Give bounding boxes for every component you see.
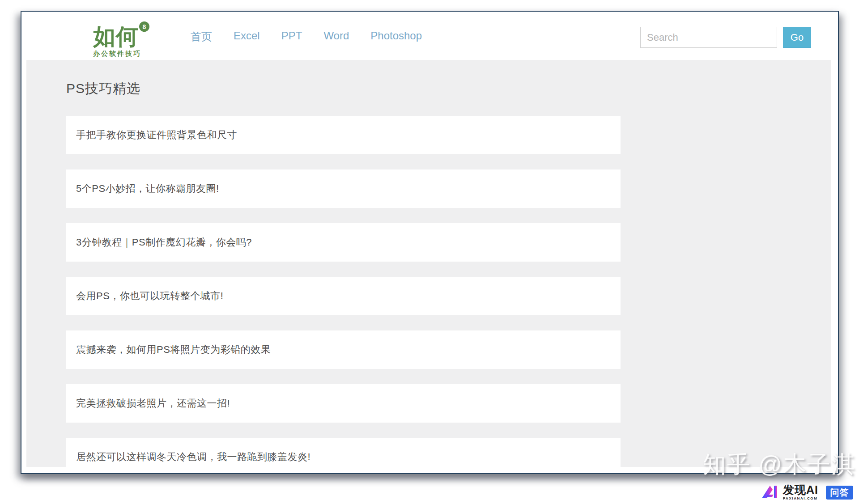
search-input[interactable]: [640, 27, 777, 48]
nav-item-home[interactable]: 首页: [191, 30, 212, 44]
article-list-item[interactable]: 手把手教你更换证件照背景色和尺寸: [66, 116, 621, 154]
article-list-item[interactable]: 5个PS小妙招，让你称霸朋友圈!: [66, 169, 621, 208]
article-list-item[interactable]: 3分钟教程｜PS制作魔幻花瓣，你会吗?: [66, 223, 621, 262]
browser-frame: 如何 8 办公软件技巧 首页 Excel PPT Word Photoshop …: [21, 11, 839, 474]
site-header: 如何 8 办公软件技巧 首页 Excel PPT Word Photoshop …: [21, 12, 838, 60]
faxianai-qa-badge: 问答: [826, 486, 853, 500]
page-title: PS技巧精选: [66, 80, 831, 98]
article-title: 手把手教你更换证件照背景色和尺寸: [76, 128, 237, 142]
faxianai-logo: 发现AI FAXIANAI.COM 问答: [762, 484, 853, 500]
faxianai-domain-text: FAXIANAI.COM: [783, 497, 818, 500]
article-title: 震撼来袭，如何用PS将照片变为彩铅的效果: [76, 343, 271, 356]
faxianai-brand-text: 发现AI: [783, 484, 818, 496]
article-list: 手把手教你更换证件照背景色和尺寸 5个PS小妙招，让你称霸朋友圈! 3分钟教程｜…: [66, 116, 621, 467]
article-list-item[interactable]: 居然还可以这样调冬天冷色调，我一路跪到膝盖发炎!: [66, 438, 621, 467]
logo-text: 如何: [93, 24, 139, 49]
nav-item-photoshop[interactable]: Photoshop: [370, 30, 422, 44]
nav-item-word[interactable]: Word: [323, 30, 349, 44]
nav-item-ppt[interactable]: PPT: [281, 30, 302, 44]
article-list-item[interactable]: 震撼来袭，如何用PS将照片变为彩铅的效果: [66, 330, 621, 369]
content-panel: PS技巧精选 手把手教你更换证件照背景色和尺寸 5个PS小妙招，让你称霸朋友圈!…: [26, 60, 831, 467]
logo-badge-8: 8: [139, 21, 149, 32]
article-list-item[interactable]: 会用PS，你也可以玩转整个城市!: [66, 277, 621, 315]
article-title: 完美拯救破损老照片，还需这一招!: [76, 397, 230, 410]
article-title: 3分钟教程｜PS制作魔幻花瓣，你会吗?: [76, 236, 252, 249]
site-logo[interactable]: 如何 8 办公软件技巧: [93, 25, 141, 58]
article-list-item[interactable]: 完美拯救破损老照片，还需这一招!: [66, 384, 621, 423]
search-go-button[interactable]: Go: [783, 27, 811, 48]
main-nav: 首页 Excel PPT Word Photoshop: [191, 30, 422, 44]
search-bar: Go: [640, 27, 811, 48]
article-title: 居然还可以这样调冬天冷色调，我一路跪到膝盖发炎!: [76, 450, 310, 464]
logo-subtitle: 办公软件技巧: [93, 50, 141, 58]
faxianai-mark-icon: [762, 485, 780, 500]
article-title: 5个PS小妙招，让你称霸朋友圈!: [76, 182, 219, 195]
article-title: 会用PS，你也可以玩转整个城市!: [76, 289, 223, 303]
nav-item-excel[interactable]: Excel: [234, 30, 260, 44]
